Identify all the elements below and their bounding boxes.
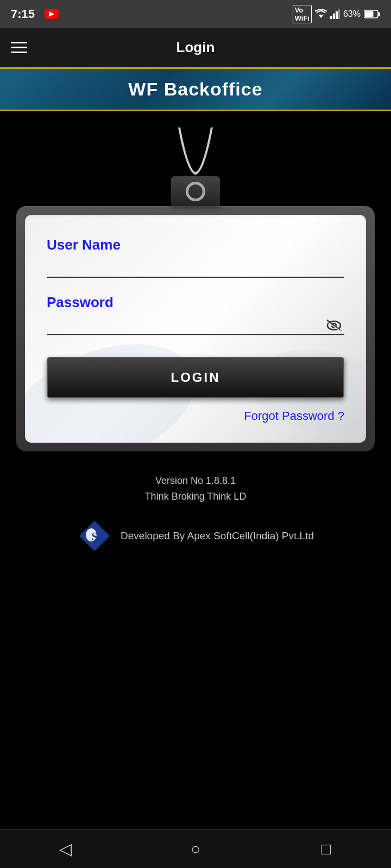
toggle-password-icon[interactable]: [324, 315, 344, 336]
svg-rect-3: [336, 11, 338, 19]
developer-row: S Developed By Apex SoftCell(India) Pvt.…: [77, 519, 314, 553]
username-input-wrapper: [47, 258, 344, 278]
version-line1: Version No 1.8.8.1: [155, 475, 236, 486]
svg-text:S: S: [91, 531, 97, 542]
svg-rect-7: [365, 11, 374, 17]
lanyard-svg: [163, 127, 228, 176]
svg-rect-4: [338, 9, 340, 19]
battery-icon: [364, 10, 380, 18]
app-banner: WF Backoffice: [0, 67, 391, 111]
svg-rect-2: [333, 14, 335, 19]
password-input[interactable]: [47, 315, 344, 335]
status-time: 7:15: [11, 7, 35, 21]
badge-holder: User Name Password: [16, 127, 375, 451]
card-clip: [171, 176, 220, 206]
login-card: User Name Password: [25, 215, 366, 443]
main-content: User Name Password: [0, 111, 391, 829]
svg-rect-1: [330, 16, 332, 19]
youtube-icon: [45, 9, 59, 19]
bottom-nav: ◁ ○ □: [0, 829, 391, 868]
password-field-group: Password: [47, 294, 344, 335]
eye-slash-svg: [325, 318, 343, 333]
version-info: Version No 1.8.8.1 Think Broking Think L…: [145, 473, 247, 505]
hamburger-line2: [11, 47, 27, 48]
status-bar: 7:15 VoWiFi 63%: [0, 0, 391, 28]
signal-icon: [330, 9, 340, 19]
back-button[interactable]: ◁: [49, 833, 81, 865]
password-input-wrapper: [47, 315, 344, 335]
hamburger-menu[interactable]: [11, 42, 27, 53]
password-label: Password: [47, 294, 344, 311]
page-title: Login: [176, 39, 215, 56]
apex-logo: S: [77, 519, 112, 553]
svg-rect-6: [378, 12, 380, 16]
lanyard: [174, 127, 217, 176]
status-icons: VoWiFi 63%: [293, 5, 380, 23]
banner-inner: WF Backoffice: [0, 67, 391, 111]
card-ring: [186, 182, 205, 201]
vowifi-icon: VoWiFi: [293, 5, 312, 23]
hamburger-line3: [11, 52, 27, 53]
home-button[interactable]: ○: [179, 833, 212, 865]
username-label: User Name: [47, 237, 344, 253]
username-input[interactable]: [47, 258, 344, 278]
banner-text: WF Backoffice: [128, 79, 262, 99]
version-line2: Think Broking Think LD: [145, 491, 247, 502]
login-button[interactable]: LOGIN: [47, 357, 344, 398]
forgot-password-container: Forgot Password ?: [47, 409, 344, 423]
forgot-password-link[interactable]: Forgot Password ?: [244, 409, 344, 423]
card-outer: User Name Password: [16, 206, 375, 451]
recent-apps-button[interactable]: □: [310, 833, 342, 865]
developer-text: Developed By Apex SoftCell(India) Pvt.Lt…: [121, 530, 314, 542]
wifi-icon: [315, 9, 327, 19]
svg-marker-0: [318, 15, 324, 18]
hamburger-line1: [11, 42, 27, 43]
battery-percentage: 63%: [343, 9, 361, 19]
footer: Version No 1.8.8.1 Think Broking Think L…: [0, 451, 391, 564]
username-field-group: User Name: [47, 237, 344, 278]
app-bar: Login: [0, 28, 391, 67]
